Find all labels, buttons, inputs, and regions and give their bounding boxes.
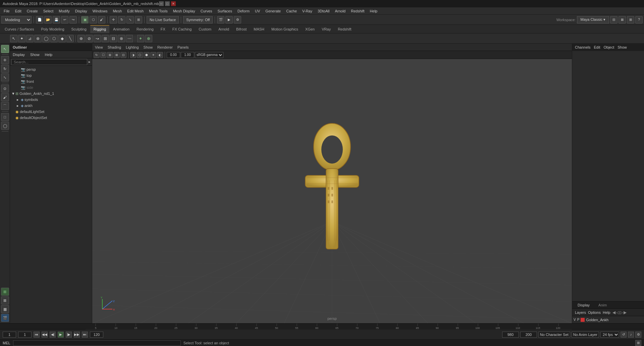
tab-rigging[interactable]: Rigging bbox=[90, 25, 109, 33]
layer-playback-toggle[interactable]: P bbox=[577, 318, 580, 322]
options-menu[interactable]: Options bbox=[588, 310, 601, 314]
menu-vray[interactable]: V-Ray bbox=[300, 8, 315, 14]
viewport-lighting-menu[interactable]: Lighting bbox=[124, 45, 140, 50]
layers-menu[interactable]: Layers bbox=[575, 310, 586, 314]
undo-button[interactable]: ↩ bbox=[61, 16, 68, 23]
tweak-icon[interactable]: ⊿ bbox=[26, 35, 34, 42]
gamma-input-2[interactable] bbox=[181, 52, 194, 58]
tab-custom[interactable]: Custom bbox=[195, 25, 215, 33]
select-tool-button[interactable]: ▣ bbox=[81, 16, 89, 23]
vp-toolbar-icon-3[interactable]: ⊞ bbox=[107, 52, 113, 58]
rotate-tool-button[interactable]: ↻ bbox=[118, 16, 125, 23]
tree-item-default-light-set[interactable]: ◉ defaultLightSet bbox=[10, 109, 92, 115]
display-tab[interactable]: Display bbox=[575, 302, 592, 308]
sculpt-tool[interactable]: ⊙ bbox=[1, 84, 9, 93]
symmetry-button[interactable]: Symmetry: Off bbox=[183, 16, 213, 23]
window-controls[interactable]: ─ □ ✕ bbox=[159, 1, 176, 6]
help-button[interactable]: ? bbox=[635, 16, 643, 23]
paint-tool[interactable]: 🖌 bbox=[1, 93, 9, 101]
range-end-input[interactable] bbox=[90, 332, 103, 338]
layer-prev-btn[interactable]: ◀ bbox=[612, 310, 615, 315]
menu-select[interactable]: Select bbox=[41, 8, 56, 14]
tab-poly-modeling[interactable]: Poly Modeling bbox=[38, 25, 67, 33]
viewport-view-menu[interactable]: View bbox=[94, 45, 104, 50]
move-tool-left[interactable]: ✛ bbox=[1, 56, 9, 64]
ik-handle-icon[interactable]: ⊘ bbox=[86, 35, 93, 42]
tab-fx-caching[interactable]: FX Caching bbox=[169, 25, 195, 33]
redo-button[interactable]: ↪ bbox=[69, 16, 77, 23]
menu-redshift[interactable]: Redshift bbox=[348, 8, 367, 14]
tab-redshift[interactable]: Redshift bbox=[334, 25, 355, 33]
maximize-button[interactable]: □ bbox=[165, 1, 170, 6]
menu-file[interactable]: File bbox=[1, 8, 12, 14]
layer-prev2-btn[interactable]: ◁ bbox=[616, 310, 619, 315]
help-layers-menu[interactable]: Help bbox=[603, 310, 610, 314]
vp-toolbar-icon-4[interactable]: ⊠ bbox=[114, 52, 120, 58]
outliner-help-menu[interactable]: Help bbox=[44, 53, 54, 57]
viewport-3d[interactable]: persp Z X Y bbox=[92, 59, 572, 323]
script-mode-label[interactable]: MEL bbox=[3, 341, 10, 345]
step-back-button[interactable]: ◀◀ bbox=[42, 332, 48, 338]
viewport-show-menu[interactable]: Show bbox=[142, 45, 154, 50]
settings-button[interactable]: ⊟ bbox=[610, 16, 618, 23]
search-input[interactable] bbox=[11, 59, 87, 65]
menu-mesh-display[interactable]: Mesh Display bbox=[171, 8, 198, 14]
layer-color-swatch[interactable] bbox=[581, 318, 585, 322]
tab-curves-surfaces[interactable]: Curves / Surfaces bbox=[1, 25, 37, 33]
panel-button[interactable]: ⊠ bbox=[619, 16, 626, 23]
minimize-button[interactable]: ─ bbox=[159, 1, 164, 6]
vp-toolbar-icon-5[interactable]: ⊡ bbox=[120, 52, 126, 58]
layer-name-label[interactable]: Golden_Ankh bbox=[586, 318, 608, 322]
skip-start-button[interactable]: ⏮ bbox=[34, 332, 40, 338]
select-tool[interactable]: ↖ bbox=[1, 45, 9, 53]
connect-icon[interactable]: ⋯ bbox=[126, 35, 133, 42]
no-character-set-button[interactable]: No Character Set bbox=[538, 332, 570, 338]
menu-cache[interactable]: Cache bbox=[284, 8, 299, 14]
workspace-dropdown[interactable]: Modeling bbox=[1, 16, 32, 23]
tab-xgen[interactable]: XGen bbox=[302, 25, 318, 33]
play-button[interactable]: ▶ bbox=[58, 332, 64, 338]
menu-help[interactable]: Help bbox=[368, 8, 380, 14]
max-range-end-input[interactable] bbox=[520, 332, 537, 338]
max-range-start-input[interactable] bbox=[502, 332, 519, 338]
vp-toolbar-icon-2[interactable]: ☐ bbox=[100, 52, 106, 58]
vertex-mode-icon[interactable]: ◆ bbox=[58, 35, 66, 42]
object-tab[interactable]: Object bbox=[603, 45, 614, 49]
component-mode-icon[interactable]: ⬡ bbox=[50, 35, 58, 42]
vp-shadow-icon[interactable]: ◐ bbox=[157, 52, 163, 58]
tree-item-side[interactable]: 📷 side bbox=[10, 84, 92, 91]
range-start-input[interactable] bbox=[18, 332, 32, 338]
new-file-button[interactable]: 📄 bbox=[36, 16, 43, 23]
menu-modify[interactable]: Modify bbox=[56, 8, 72, 14]
remove-joint-icon[interactable]: ⊟ bbox=[110, 35, 117, 42]
viewport-shading-menu[interactable]: Shading bbox=[106, 45, 122, 50]
soft-select-icon[interactable]: ⊗ bbox=[34, 35, 42, 42]
menu-arnold[interactable]: Arnold bbox=[332, 8, 348, 14]
close-button[interactable]: ✕ bbox=[171, 1, 176, 6]
tab-sculpting[interactable]: Sculpting bbox=[68, 25, 90, 33]
paint-select-button[interactable]: 🖌 bbox=[98, 16, 105, 23]
audio-button[interactable]: ♪ bbox=[628, 332, 634, 338]
fps-select[interactable]: 24 fps bbox=[600, 332, 619, 338]
curve-tool[interactable]: ⌒ bbox=[1, 102, 9, 110]
refresh-button[interactable]: ↺ bbox=[621, 332, 627, 338]
tree-item-top[interactable]: 📷 top bbox=[10, 72, 92, 78]
menu-edit-mesh[interactable]: Edit Mesh bbox=[125, 8, 146, 14]
current-frame-input[interactable] bbox=[3, 332, 16, 338]
layer-visibility-toggle[interactable]: V bbox=[574, 318, 576, 322]
viewport-panels-menu[interactable]: Panels bbox=[176, 45, 190, 50]
lasso-tool-button[interactable]: ⬡ bbox=[90, 16, 97, 23]
edge-mode-icon[interactable]: ╲ bbox=[66, 35, 74, 42]
no-anim-layer-button[interactable]: No Anim Layer bbox=[572, 332, 599, 338]
tab-fx[interactable]: FX bbox=[157, 25, 169, 33]
anim-tab[interactable]: Anim bbox=[596, 302, 609, 308]
layout-left-button[interactable]: ▦ bbox=[1, 305, 9, 313]
menu-surfaces[interactable]: Surfaces bbox=[215, 8, 234, 14]
tree-item-ankh[interactable]: ▸ ◈ ankh bbox=[10, 103, 92, 109]
tab-arnold[interactable]: Arnold bbox=[215, 25, 232, 33]
menu-uv[interactable]: UV bbox=[253, 8, 262, 14]
select-icon[interactable]: ↖ bbox=[10, 35, 17, 42]
menu-mesh[interactable]: Mesh bbox=[110, 8, 124, 14]
menu-curves[interactable]: Curves bbox=[198, 8, 215, 14]
layer-next-btn[interactable]: ▶ bbox=[624, 310, 627, 315]
